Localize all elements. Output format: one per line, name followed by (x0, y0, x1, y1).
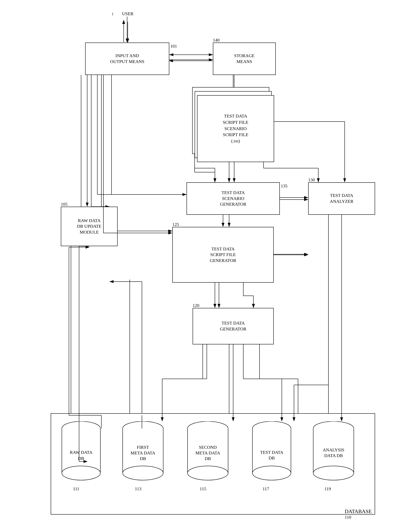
svg-text:FIRST: FIRST (137, 445, 149, 450)
svg-text:ANALYSIS: ANALYSIS (323, 447, 344, 452)
input-output-means-box: INPUT AND OUTPUT MEANS (85, 43, 169, 75)
storage-means-ref: 140 (213, 38, 219, 43)
database-label: DATABASE (345, 508, 372, 515)
first-meta-data-db-ref: 113 (135, 486, 141, 492)
raw-data-db-cylinder: RAW DATA DB (61, 421, 101, 486)
svg-text:META DATA: META DATA (131, 450, 155, 456)
test-data-db-ref: 117 (263, 486, 269, 492)
second-meta-data-db-ref: 115 (200, 486, 206, 492)
test-data-analyzer-box: TEST DATA ANALYZER (308, 182, 375, 215)
analysis-data-db-cylinder: ANALYSIS DATA DB (312, 421, 355, 486)
svg-text:DB: DB (140, 456, 146, 461)
database-ref: 110 (345, 515, 351, 520)
analyzer-ref: 130 (308, 177, 315, 183)
scenario-gen-ref: 135 (281, 183, 288, 189)
svg-text:TEST DATA: TEST DATA (260, 450, 283, 455)
raw-data-db-update-box: RAW DATA DB UPDATE MODULE (61, 207, 118, 246)
svg-point-47 (62, 466, 100, 480)
test-data-script-file-gen-label: TEST DATA SCRIPT FILE GENERATOR (210, 246, 236, 264)
test-data-gen-label: TEST DATA GENERATOR (220, 320, 246, 332)
input-output-means-label: INPUT AND OUTPUT MEANS (110, 53, 144, 64)
svg-text:DB: DB (205, 456, 211, 461)
svg-text:RAW DATA: RAW DATA (70, 450, 92, 455)
svg-point-62 (187, 466, 228, 480)
raw-data-db-update-label: RAW DATA DB UPDATE MODULE (77, 218, 101, 235)
storage-means-box: STORAGE MEANS (213, 43, 276, 75)
svg-point-77 (313, 466, 354, 480)
test-data-analyzer-label: TEST DATA ANALYZER (330, 193, 353, 204)
script-file-gen-ref: 125 (172, 222, 179, 227)
svg-text:DB: DB (269, 456, 275, 461)
first-meta-data-db-cylinder: FIRST META DATA DB (122, 421, 164, 486)
svg-point-54 (123, 466, 163, 480)
second-meta-data-db-cylinder: SECOND META DATA DB (187, 421, 229, 486)
raw-data-db-update-ref: 105 (61, 202, 68, 207)
raw-data-db-ref: 111 (73, 486, 79, 492)
user-label: USER (118, 11, 138, 16)
svg-text:DATA DB: DATA DB (324, 453, 343, 458)
test-data-gen-ref: 120 (193, 303, 199, 308)
user-arrow-label: ↕ (111, 11, 114, 16)
test-data-scenario-gen-box: TEST DATA SCENARIO GENERATOR (187, 182, 280, 215)
test-data-db-cylinder: TEST DATA DB (251, 421, 292, 486)
analysis-data-db-ref: 119 (324, 486, 331, 492)
test-data-gen-box: TEST DATA GENERATOR (193, 308, 274, 344)
svg-text:SECOND: SECOND (199, 445, 217, 450)
svg-text:DB: DB (78, 456, 84, 461)
test-data-scenario-gen-label: TEST DATA SCENARIO GENERATOR (220, 190, 246, 207)
svg-point-70 (252, 466, 291, 480)
doc-stack-label: TEST DATA SCRIPT FILE SCENARIO SCRIPT FI… (223, 113, 248, 144)
input-output-ref: 101 (170, 44, 177, 49)
test-data-script-file-gen-box: TEST DATA SCRIPT FILE GENERATOR (172, 227, 274, 283)
storage-means-label: STORAGE MEANS (234, 53, 254, 64)
svg-text:META DATA: META DATA (195, 450, 220, 456)
